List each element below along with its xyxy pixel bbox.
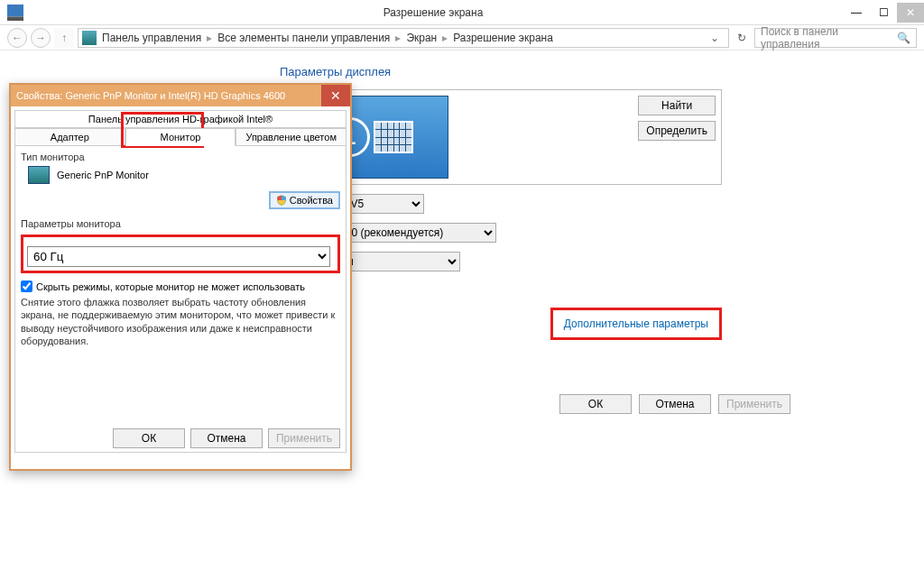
hide-unsupported-description: Снятие этого флажка позволяет выбрать ча… <box>21 296 340 347</box>
chevron-right-icon: ▸ <box>395 32 401 44</box>
dialog-close-button[interactable]: ✕ <box>321 85 350 106</box>
advanced-settings-link[interactable]: Дополнительные параметры <box>564 317 708 330</box>
monitor-type-label: Тип монитора <box>21 152 340 162</box>
maximize-button[interactable]: ☐ <box>870 3 897 23</box>
search-input[interactable]: Поиск в панели управления 🔍 <box>754 28 917 48</box>
app-icon <box>7 5 23 21</box>
refresh-rate-select[interactable]: 60 Гц <box>27 246 330 267</box>
refresh-rate-highlight: 60 Гц <box>21 235 340 273</box>
hide-unsupported-checkbox[interactable] <box>21 280 32 292</box>
monitor-arrangement-box: 1 Найти Определить <box>289 89 722 185</box>
svg-rect-0 <box>7 5 23 17</box>
window-title: Разрешение экрана <box>23 6 843 19</box>
find-button[interactable]: Найти <box>638 96 716 115</box>
chevron-right-icon: ▸ <box>442 32 448 44</box>
monitor-params-label: Параметры монитора <box>21 218 340 229</box>
navbar: ← → ↑ Панель управления ▸ Все элементы п… <box>0 25 924 51</box>
uac-shield-icon <box>276 195 287 206</box>
svg-rect-1 <box>7 16 23 21</box>
breadcrumb[interactable]: Панель управления <box>98 32 205 44</box>
up-button[interactable]: ↑ <box>54 28 74 48</box>
address-bar[interactable]: Панель управления ▸ Все элементы панели … <box>78 28 729 48</box>
dialog-titlebar[interactable]: Свойства: Generic PnP Monitor и Intel(R)… <box>11 85 350 106</box>
monitor-name: Generic PnP Monitor <box>57 170 149 180</box>
back-button[interactable]: ← <box>7 28 27 48</box>
search-placeholder: Поиск в панели управления <box>761 25 897 51</box>
tab-color-management[interactable]: Управление цветом <box>236 128 346 146</box>
forward-button[interactable]: → <box>31 28 51 48</box>
breadcrumb[interactable]: Экран <box>402 32 440 44</box>
chevron-right-icon: ▸ <box>207 32 212 44</box>
search-icon: 🔍 <box>897 32 910 44</box>
hide-unsupported-label: Скрыть режимы, которые монитор не может … <box>36 281 305 292</box>
dialog-cancel-button[interactable]: Отмена <box>190 428 263 448</box>
dialog-title: Свойства: Generic PnP Monitor и Intel(R)… <box>16 90 285 101</box>
refresh-button[interactable]: ↻ <box>733 32 751 44</box>
titlebar: Разрешение экрана — ☐ ✕ <box>0 0 924 25</box>
ok-button[interactable]: ОК <box>559 394 632 414</box>
breadcrumb[interactable]: Все элементы панели управления <box>214 32 393 44</box>
monitor-properties-dialog: Свойства: Generic PnP Monitor и Intel(R)… <box>9 83 352 471</box>
close-button[interactable]: ✕ <box>897 3 924 23</box>
monitor-icon <box>28 166 50 184</box>
properties-button[interactable]: Свойства <box>269 191 340 209</box>
breadcrumb[interactable]: Разрешение экрана <box>449 32 557 44</box>
tab-adapter[interactable]: Адаптер <box>14 128 125 146</box>
apply-button[interactable]: Применить <box>718 394 790 414</box>
page-title: Параметры дисплея <box>280 65 897 78</box>
display-settings-panel: 1 Найти Определить 1. PHL 223V5 1920 × 1… <box>289 89 897 414</box>
control-panel-icon <box>82 31 97 45</box>
tab-monitor[interactable]: Монитор <box>125 128 236 146</box>
advanced-settings-highlight: Дополнительные параметры <box>550 308 722 340</box>
monitor-grid-icon <box>374 121 413 153</box>
cancel-button[interactable]: Отмена <box>639 394 711 414</box>
window-controls: — ☐ ✕ <box>843 3 924 23</box>
dialog-apply-button[interactable]: Применить <box>268 428 340 448</box>
minimize-button[interactable]: — <box>843 3 870 23</box>
detect-button[interactable]: Определить <box>638 121 716 141</box>
dialog-ok-button[interactable]: ОК <box>113 428 185 448</box>
address-dropdown-icon[interactable]: ⌄ <box>705 32 725 44</box>
